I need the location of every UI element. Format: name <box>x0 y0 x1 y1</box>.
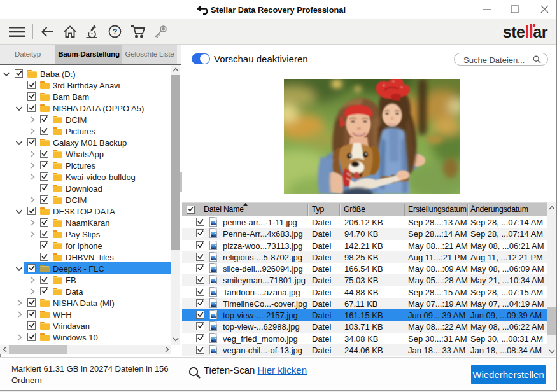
svg-text:?: ? <box>113 27 118 36</box>
